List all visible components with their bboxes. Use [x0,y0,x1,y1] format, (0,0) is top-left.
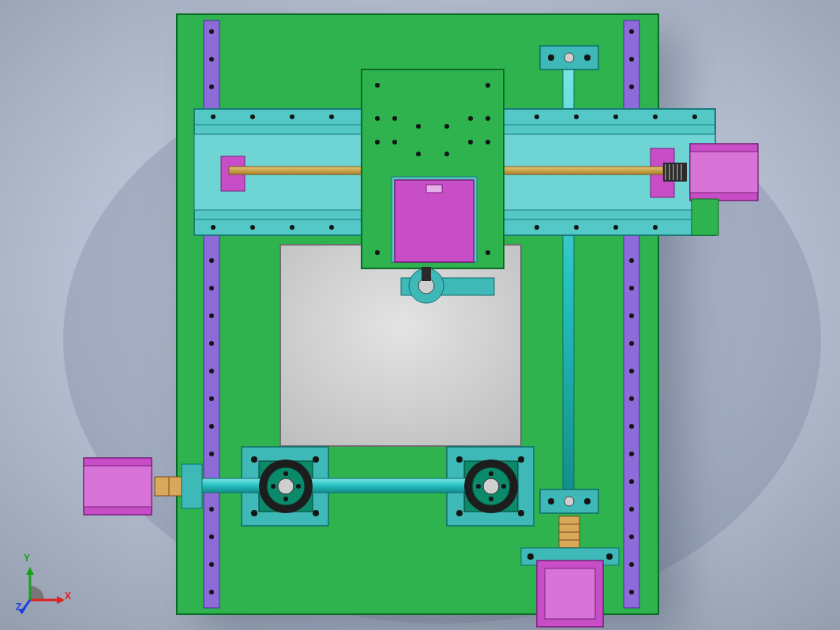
svg-point-18 [209,590,214,594]
carriage-motor [395,180,474,262]
svg-point-114 [278,478,294,494]
svg-point-35 [629,562,634,567]
svg-point-8 [209,313,214,318]
svg-point-131 [548,498,554,504]
svg-point-88 [444,124,449,129]
svg-point-78 [486,83,490,88]
svg-rect-142 [545,568,595,619]
svg-point-89 [416,152,421,156]
svg-point-40 [548,54,554,61]
svg-point-34 [629,534,634,539]
svg-point-85 [468,140,473,144]
svg-point-12 [209,424,214,429]
svg-rect-37 [280,245,521,446]
svg-point-123 [501,484,506,489]
svg-point-25 [629,286,634,291]
svg-point-109 [456,510,463,516]
cross-shaft-motor-left [84,458,152,515]
y-axis-mid-bracket [540,489,598,513]
svg-point-49 [290,114,294,119]
svg-point-61 [574,225,579,230]
svg-point-17 [209,562,214,567]
svg-point-104 [313,510,319,516]
svg-point-62 [613,225,618,230]
svg-point-59 [329,225,334,230]
svg-point-2 [209,29,214,34]
svg-point-21 [629,57,634,62]
svg-point-20 [629,29,634,34]
svg-point-115 [283,471,288,476]
roller-wheel-right [464,459,518,513]
svg-point-107 [456,456,463,463]
svg-point-55 [692,114,697,119]
svg-point-79 [375,116,380,121]
cross-shaft-end-bracket [182,464,202,508]
svg-point-41 [584,54,591,61]
svg-point-124 [489,497,493,501]
svg-rect-75 [690,152,758,193]
base-notch-right [692,199,718,235]
svg-point-86 [486,140,490,144]
svg-point-92 [486,250,490,255]
svg-point-77 [375,83,380,88]
svg-point-125 [476,484,481,489]
y-axis-motor [537,561,603,627]
svg-rect-95 [426,185,442,193]
svg-rect-127 [84,466,152,507]
svg-point-10 [209,369,214,373]
svg-point-51 [534,114,539,119]
svg-point-7 [209,286,214,291]
svg-point-52 [574,114,579,119]
svg-point-87 [416,124,421,129]
assembly-svg [0,0,840,630]
svg-point-47 [211,114,216,119]
svg-point-32 [629,479,634,484]
svg-point-81 [468,116,473,121]
svg-point-82 [486,116,490,121]
svg-point-117 [283,497,288,501]
svg-point-103 [251,510,257,516]
svg-rect-99 [422,267,431,281]
svg-point-48 [250,114,255,119]
x-axis-motor-right [690,144,758,201]
svg-point-53 [613,114,618,119]
svg-point-30 [629,424,634,429]
cross-shaft [186,478,512,493]
svg-point-122 [489,471,493,476]
svg-point-4 [209,84,214,89]
svg-point-22 [629,84,634,89]
svg-point-110 [518,510,524,516]
svg-point-57 [250,225,255,230]
svg-point-6 [209,258,214,263]
svg-point-139 [527,553,534,560]
svg-point-83 [375,140,380,144]
svg-point-15 [209,507,214,512]
x-axis-coupler [663,163,687,182]
svg-point-28 [629,369,634,373]
svg-point-29 [629,396,634,401]
svg-point-108 [518,456,524,463]
svg-point-9 [209,341,214,346]
svg-point-133 [564,497,574,506]
svg-rect-68 [663,163,687,182]
roller-wheel-left [259,459,313,513]
svg-point-50 [329,114,334,119]
svg-point-116 [296,484,301,489]
svg-point-132 [584,498,591,504]
svg-point-102 [313,456,319,463]
svg-point-24 [629,258,634,263]
cross-shaft-coupler [155,477,185,496]
svg-point-91 [375,250,380,255]
svg-point-90 [444,152,449,156]
svg-point-63 [653,225,658,230]
svg-point-58 [290,225,294,230]
svg-rect-128 [155,477,185,496]
svg-point-11 [209,396,214,401]
svg-point-26 [629,313,634,318]
cad-viewport[interactable]: X Y Z [0,0,840,630]
svg-point-121 [483,478,499,494]
svg-point-33 [629,507,634,512]
svg-point-16 [209,534,214,539]
svg-point-42 [564,53,574,62]
svg-point-101 [251,456,257,463]
